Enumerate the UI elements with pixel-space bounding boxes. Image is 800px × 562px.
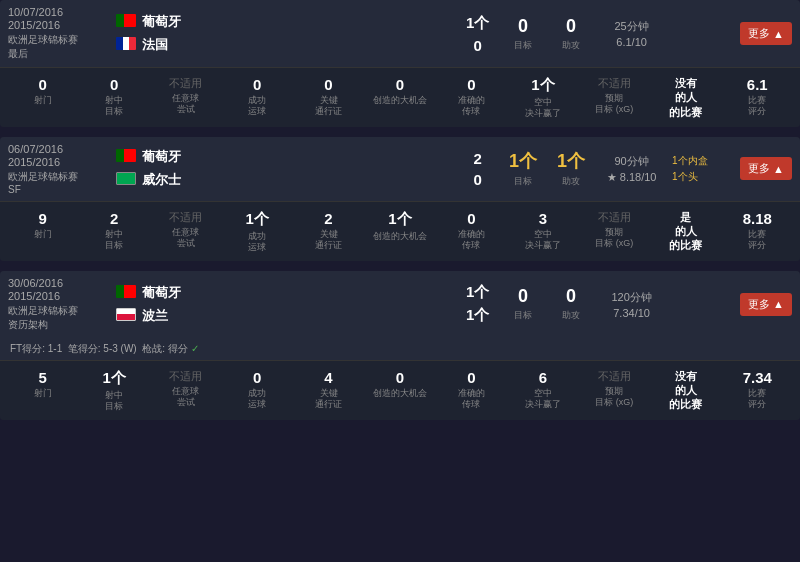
stat-multiline-0-9: 没有的人的比赛 — [669, 76, 702, 119]
stat-item-2-3: 0 成功运球 — [224, 369, 289, 410]
stat-item-0-5: 0 创造的大机会 — [367, 76, 432, 106]
stat-item-2-7: 6 空中决斗赢了 — [510, 369, 575, 410]
stat-label-1-5: 创造的大机会 — [373, 231, 427, 242]
stat-big-2-7: 6 — [539, 369, 547, 386]
score1-0: 1个 — [466, 14, 489, 33]
score2-2: 1个 — [466, 306, 489, 325]
stat-item-0-7: 1个 空中决斗赢了 — [510, 76, 575, 119]
stat-label-0-0: 射门 — [34, 95, 52, 106]
stat-label-1-4: 关键通行证 — [315, 229, 342, 251]
stat-item-0-1: 0 射中目标 — [81, 76, 146, 117]
stat-item-1-6: 0 准确的传球 — [439, 210, 504, 251]
match-block-1: 06/07/2016 2015/2016 欧洲足球锦标赛 SF 葡萄牙 威尔士 … — [0, 137, 800, 261]
stat-multiline-1-9: 是的人的比赛 — [669, 210, 702, 253]
match-header-0: 10/07/2016 2015/2016 欧洲足球锦标赛 最后 葡萄牙 法国 1… — [0, 0, 800, 67]
match-rating-0: 6.1/10 — [616, 36, 647, 48]
assists-label-2: 助攻 — [562, 309, 580, 322]
stat-label-2-8: 预期目标 (xG) — [595, 386, 633, 408]
stat-na-0-8: 不适用 — [598, 76, 631, 91]
stat-big-0-3: 0 — [253, 76, 261, 93]
goals-label-1: 目标 — [514, 175, 532, 188]
match-header-1: 06/07/2016 2015/2016 欧洲足球锦标赛 SF 葡萄牙 威尔士 … — [0, 137, 800, 201]
goals-col-2: 0 目标 — [503, 286, 543, 322]
extra-info-1: 1个内盒1个头 — [672, 154, 732, 184]
teams-section-2: 葡萄牙 波兰 — [116, 284, 452, 325]
match-competition-2: 欧洲足球锦标赛 — [8, 304, 108, 318]
stat-big-1-4: 2 — [324, 210, 332, 227]
time-rating-0: 25分钟 6.1/10 — [599, 19, 664, 48]
score2-0: 0 — [473, 37, 481, 54]
stat-label-0-7: 空中决斗赢了 — [525, 97, 561, 119]
stat-big-0-7: 1个 — [531, 76, 554, 95]
more-btn-2[interactable]: 更多 ▲ — [740, 293, 792, 316]
match-date-1: 06/07/2016 — [8, 143, 108, 155]
stat-big-2-1: 1个 — [103, 369, 126, 388]
stat-multiline-2-9: 没有的人的比赛 — [669, 369, 702, 412]
stat-item-1-7: 3 空中决斗赢了 — [510, 210, 575, 251]
goals-label-2: 目标 — [514, 309, 532, 322]
match-meta-1: 06/07/2016 2015/2016 欧洲足球锦标赛 SF — [8, 143, 108, 195]
stat-label-2-10: 比赛评分 — [748, 388, 766, 410]
stat-item-2-4: 4 关键通行证 — [296, 369, 361, 410]
scores-section-1: 2 0 — [460, 150, 495, 188]
match-header-2: 30/06/2016 2015/2016 欧洲足球锦标赛 资历架构 葡萄牙 波兰… — [0, 271, 800, 338]
stat-item-2-8: 不适用 预期目标 (xG) — [582, 369, 647, 408]
assists-col-2: 0 助攻 — [551, 286, 591, 322]
more-label-0: 更多 — [748, 26, 770, 41]
assists-val-1: 1个 — [557, 149, 585, 173]
stat-item-1-5: 1个 创造的大机会 — [367, 210, 432, 242]
match-stage-0: 最后 — [8, 47, 108, 61]
team2-name-2: 波兰 — [142, 307, 168, 325]
stat-big-2-5: 0 — [396, 369, 404, 386]
stat-big-1-6: 0 — [467, 210, 475, 227]
stat-big-0-6: 0 — [467, 76, 475, 93]
stat-item-0-4: 0 关键通行证 — [296, 76, 361, 117]
match-stage-1: SF — [8, 184, 108, 195]
stat-label-1-10: 比赛评分 — [748, 229, 766, 251]
more-btn-0[interactable]: 更多 ▲ — [740, 22, 792, 45]
goals-col-1: 1个 目标 — [503, 149, 543, 188]
stat-label-0-6: 准确的传球 — [458, 95, 485, 117]
stat-label-1-3: 成功运球 — [248, 231, 266, 253]
match-meta-0: 10/07/2016 2015/2016 欧洲足球锦标赛 最后 — [8, 6, 108, 61]
team2-row-1: 威尔士 — [116, 171, 452, 189]
stat-item-1-1: 2 射中目标 — [81, 210, 146, 251]
stat-item-2-0: 5 射门 — [10, 369, 75, 399]
more-btn-1[interactable]: 更多 ▲ — [740, 157, 792, 180]
match-rating-2: 7.34/10 — [613, 307, 650, 319]
stat-big-1-10: 8.18 — [743, 210, 772, 227]
team1-row-0: 葡萄牙 — [116, 13, 452, 31]
stat-item-0-9: 没有的人的比赛 — [653, 76, 718, 119]
score1-1: 2 — [473, 150, 481, 167]
stat-label-2-1: 射中目标 — [105, 390, 123, 412]
stat-label-1-0: 射门 — [34, 229, 52, 240]
team1-row-1: 葡萄牙 — [116, 148, 452, 166]
stat-big-1-0: 9 — [39, 210, 47, 227]
stat-big-1-1: 2 — [110, 210, 118, 227]
stat-item-2-10: 7.34 比赛评分 — [725, 369, 790, 410]
stat-label-2-2: 任意球尝试 — [172, 386, 199, 408]
chevron-up-icon-2: ▲ — [773, 298, 784, 310]
stat-label-1-2: 任意球尝试 — [172, 227, 199, 249]
stat-item-2-6: 0 准确的传球 — [439, 369, 504, 410]
scores-section-2: 1个 1个 — [460, 283, 495, 325]
match-time-1: 90分钟 — [614, 154, 648, 169]
stat-big-2-4: 4 — [324, 369, 332, 386]
stat-label-2-4: 关键通行证 — [315, 388, 342, 410]
stat-item-1-8: 不适用 预期目标 (xG) — [582, 210, 647, 249]
stat-item-1-4: 2 关键通行证 — [296, 210, 361, 251]
goals-val-0: 0 — [518, 16, 528, 37]
stat-item-2-1: 1个 射中目标 — [81, 369, 146, 412]
team1-name-2: 葡萄牙 — [142, 284, 181, 302]
stat-na-2-2: 不适用 — [169, 369, 202, 384]
stat-item-2-5: 0 创造的大机会 — [367, 369, 432, 399]
time-rating-1: 90分钟 ★ 8.18/10 — [599, 154, 664, 184]
chevron-up-icon-1: ▲ — [773, 163, 784, 175]
stat-na-1-2: 不适用 — [169, 210, 202, 225]
goals-val-2: 0 — [518, 286, 528, 307]
time-rating-2: 120分钟 7.34/10 — [599, 290, 664, 319]
ft-row-2: FT得分: 1-1 笔得分: 5-3 (W) 枪战: 得分 ✓ — [0, 338, 800, 360]
team1-row-2: 葡萄牙 — [116, 284, 452, 302]
assists-col-1: 1个 助攻 — [551, 149, 591, 188]
match-extra-comp-2: 资历架构 — [8, 318, 108, 332]
